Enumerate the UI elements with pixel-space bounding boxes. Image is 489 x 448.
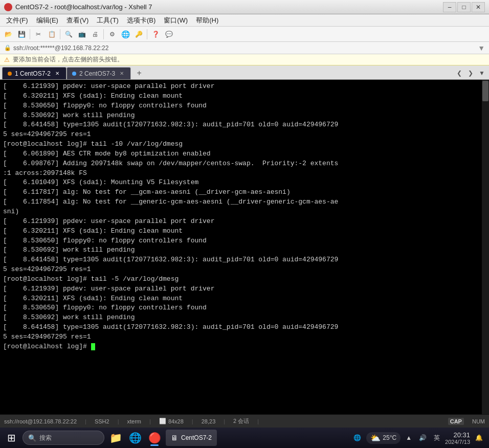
menu-help[interactable]: 帮助(H) <box>192 15 223 26</box>
tab-prev-arrow[interactable]: ❮ <box>454 67 464 79</box>
xshell-active-indicator <box>150 444 159 446</box>
expand-tray-icon[interactable]: ▲ <box>404 433 414 442</box>
cut-button[interactable]: ✂ <box>32 29 45 40</box>
window-controls[interactable]: – □ ✕ <box>443 2 485 12</box>
taskbar-app-xshell[interactable]: 🔴 <box>145 429 164 447</box>
tab-indicator-1 <box>8 72 12 76</box>
terminal-line: [ 6.320211] XFS (sda1): Ending clean mou… <box>3 92 486 101</box>
tab-centos7-3[interactable]: 2 CentOS7-3 ✕ <box>66 67 131 79</box>
status-protocol: SSH2 <box>95 418 109 424</box>
network-icon[interactable]: 🌐 <box>351 433 363 442</box>
app-icon <box>4 3 12 11</box>
xshell-icon: 🔴 <box>148 432 161 444</box>
clock-time: 20:31 <box>445 431 470 439</box>
tab-bar: 1 CentOS7-2 ✕ 2 CentOS7-3 ✕ + ❮ ❯ ▼ <box>0 65 489 80</box>
menu-edit[interactable]: 编辑(E) <box>32 15 62 26</box>
lock-icon: 🔒 <box>4 44 11 51</box>
search-icon: 🔍 <box>28 434 36 442</box>
terminal-line: 5 ses=4294967295 res=1 <box>3 332 486 342</box>
notification-button[interactable]: 🔔 <box>473 433 485 442</box>
status-caps: CAP <box>448 418 464 425</box>
close-button[interactable]: ✕ <box>472 2 485 12</box>
status-num: NUM <box>472 418 485 424</box>
address-expand-icon[interactable]: ▼ <box>478 44 485 52</box>
help-button[interactable]: ❓ <box>149 29 162 40</box>
find-button[interactable]: 🔍 <box>62 29 75 40</box>
terminal-line: [ 8.641458] type=1305 audit(1720771632.9… <box>3 323 486 332</box>
tab-next-arrow[interactable]: ❯ <box>465 67 476 79</box>
start-button[interactable]: ⊞ <box>2 429 20 447</box>
terminal-line: [root@localhost log]# tail -5 /var/log/d… <box>3 275 486 284</box>
weather-temperature: 25°C <box>383 434 396 441</box>
chat-button[interactable]: 💬 <box>163 29 175 40</box>
toolbar-sep-4 <box>147 29 147 39</box>
menu-window[interactable]: 窗口(W) <box>160 15 192 26</box>
tab-close-2[interactable]: ✕ <box>118 70 125 77</box>
menu-view[interactable]: 查看(V) <box>62 15 93 26</box>
taskbar-app-files[interactable]: 📁 <box>106 429 125 447</box>
weather-icon: ⛅ <box>370 433 381 443</box>
terminal-area[interactable]: [ 6.121939] ppdev: user-space parallel p… <box>0 80 489 414</box>
info-icon: ⚠ <box>4 56 10 63</box>
toolbar-sep-1 <box>30 29 30 39</box>
terminal-line: [ 6.121939] ppdev: user-space parallel p… <box>3 217 486 227</box>
network-button[interactable]: 🌐 <box>119 29 131 40</box>
status-ssh: ssh://root@192.168.78.22:22 <box>4 418 77 424</box>
terminal-line: [root@localhost log]# <box>3 342 486 352</box>
terminal-line: [ 8.641458] type=1305 audit(1720771632.9… <box>3 255 486 265</box>
terminal-line: 5 ses=4294967295 res=1 <box>3 265 486 275</box>
terminal-line: [ 8.530692] work still pending <box>3 313 486 323</box>
key-button[interactable]: 🔑 <box>132 29 145 40</box>
settings-button[interactable]: ⚙ <box>106 29 118 40</box>
tab-scroll-arrows: ❮ ❯ ▼ <box>454 67 487 79</box>
terminal-scrollbar[interactable] <box>482 80 489 414</box>
menu-tabs[interactable]: 选项卡(B) <box>123 15 160 26</box>
terminal-line: [ 8.641458] type=1305 audit(1720771632.9… <box>3 120 486 130</box>
terminal-line: [root@localhost log]# tail -10 /var/log/… <box>3 140 486 149</box>
terminal-cursor <box>91 343 95 350</box>
files-icon: 📁 <box>109 432 122 444</box>
status-bar: ssh://root@192.168.78.22:22 | SSH2 | xte… <box>0 414 489 428</box>
terminal-line: [ 6.117817] alg: No test for __gcm-aes-a… <box>3 188 486 197</box>
minimize-button[interactable]: – <box>443 2 456 12</box>
language-indicator[interactable]: 英 <box>432 433 442 443</box>
terminal-line: [ 6.320211] XFS (sda1): Ending clean mou… <box>3 227 486 236</box>
taskbar-window-label: CentOS7-2 <box>181 434 212 441</box>
address-text: ssh://root:******@192.168.78.22:22 <box>13 44 108 52</box>
menu-tools[interactable]: 工具(T) <box>93 15 123 26</box>
taskbar-app-edge[interactable]: 🌐 <box>126 429 144 447</box>
tab-add-button[interactable]: + <box>133 67 145 79</box>
terminal-line: [ 8.530692] work still pending <box>3 111 486 121</box>
terminal-scroll-thumb[interactable] <box>482 81 488 101</box>
tab-label-1: 1 CentOS7-2 <box>15 70 51 77</box>
clock-date: 2024/7/13 <box>445 439 470 445</box>
tab-menu-arrow[interactable]: ▼ <box>477 67 487 79</box>
windows-icon: ⊞ <box>7 432 16 444</box>
taskbar-xshell-window[interactable]: 🖥 CentOS7-2 <box>166 430 217 446</box>
terminal-line: 5 ses=4294967295 res=1 <box>3 130 486 140</box>
clock-widget[interactable]: 20:31 2024/7/13 <box>445 431 470 445</box>
search-placeholder: 搜索 <box>39 434 52 442</box>
terminal-line: [ 6.320211] XFS (sda1): Ending clean mou… <box>3 294 486 304</box>
tab-centos7-2[interactable]: 1 CentOS7-2 ✕ <box>2 67 66 79</box>
terminal-line: [ 6.121939] ppdev: user-space parallel p… <box>3 284 486 294</box>
toolbar-sep-2 <box>60 29 60 39</box>
status-term: xterm <box>127 418 142 424</box>
monitor-button[interactable]: 📺 <box>76 29 88 40</box>
save-button[interactable]: 💾 <box>15 29 28 40</box>
weather-widget[interactable]: ⛅ 25°C <box>366 432 401 444</box>
new-session-button[interactable]: 📂 <box>2 29 14 40</box>
tab-label-2: 2 CentOS7-3 <box>79 70 115 77</box>
taskbar-search[interactable]: 🔍 搜索 <box>23 431 104 445</box>
info-bar: ⚠ 要添加当前会话，点击左侧的箭头按钮。 <box>0 54 489 65</box>
menu-bar: 文件(F) 编辑(E) 查看(V) 工具(T) 选项卡(B) 窗口(W) 帮助(… <box>0 14 489 27</box>
copy-button[interactable]: 📋 <box>46 29 58 40</box>
menu-file[interactable]: 文件(F) <box>2 15 32 26</box>
maximize-button[interactable]: □ <box>457 2 471 12</box>
print-button[interactable]: 🖨 <box>89 29 101 40</box>
tab-close-1[interactable]: ✕ <box>54 70 61 77</box>
volume-icon[interactable]: 🔊 <box>417 433 429 442</box>
window-title: CentOS7-2 - root@localhost:/var/log - Xs… <box>15 3 443 11</box>
address-bar: 🔒 ssh://root:******@192.168.78.22:22 ▼ <box>0 42 489 54</box>
taskbar-system-tray: 🌐 ⛅ 25°C ▲ 🔊 英 20:31 2024/7/13 🔔 <box>351 431 487 445</box>
